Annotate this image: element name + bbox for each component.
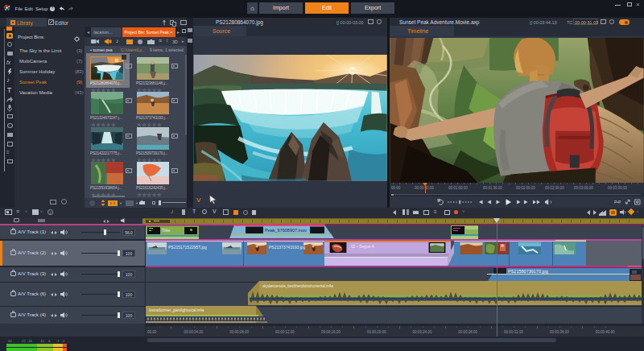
svg-text:P•P: P•P [614, 200, 621, 204]
svg-text:Peak_97608907.mov: Peak_97608907.mov [265, 227, 307, 232]
